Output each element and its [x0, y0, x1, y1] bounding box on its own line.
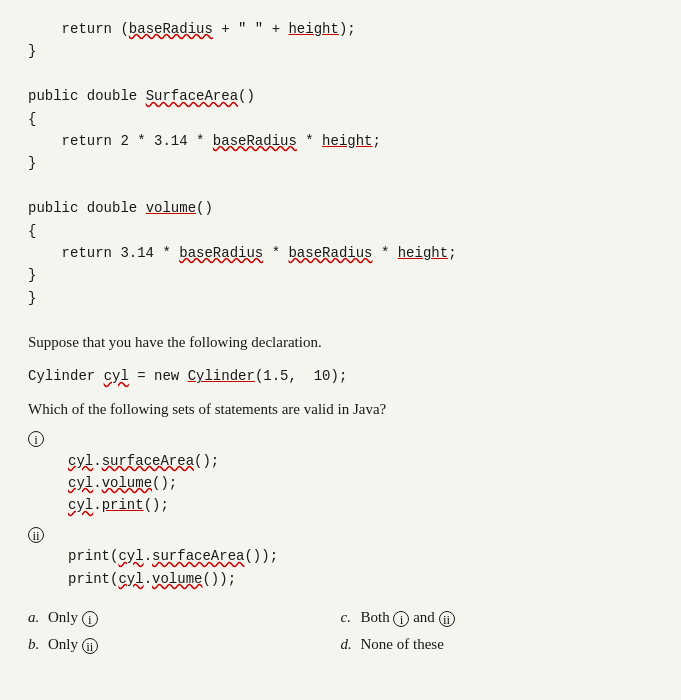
cyl-var: cyl: [104, 368, 129, 384]
answers-section: a. Only i b. Only ii c. Both i and ii d.…: [28, 606, 653, 657]
answer-grid: a. Only i b. Only ii c. Both i and ii d.…: [28, 606, 653, 657]
base-radius-ref-2: baseRadius: [213, 133, 297, 149]
base-radius-ref-1: baseRadius: [129, 21, 213, 37]
circle-ii-b: ii: [82, 638, 98, 654]
code-line-blank-1: [28, 63, 653, 85]
cyl-print-call: cyl: [68, 497, 93, 513]
volume-method: volume: [146, 200, 196, 216]
option-ii-lines: print(cyl.surfaceArea()); print(cyl.volu…: [28, 545, 653, 590]
answer-d-text: None of these: [361, 633, 444, 656]
answer-b: b. Only ii: [28, 633, 341, 656]
answer-a-text: Only i: [48, 606, 98, 629]
option-ii-line-2: print(cyl.volume());: [68, 568, 653, 590]
surface-area-print: surfaceArea: [152, 548, 244, 564]
code-line-brace3: {: [28, 220, 653, 242]
code-line-return-surface: return 2 * 3.14 * baseRadius * height;: [28, 130, 653, 152]
volume-print: volume: [152, 571, 202, 587]
declaration-code: Cylinder cyl = new Cylinder(1.5, 10);: [28, 368, 347, 384]
code-line-brace4: }: [28, 264, 653, 286]
declaration-line: Cylinder cyl = new Cylinder(1.5, 10);: [28, 364, 653, 388]
answer-a: a. Only i: [28, 606, 341, 629]
base-radius-ref-3: baseRadius: [179, 245, 263, 261]
surface-area-method: SurfaceArea: [146, 88, 238, 104]
circle-i: i: [28, 431, 44, 447]
answer-a-label: a.: [28, 606, 44, 629]
option-i-block: i cyl.surfaceArea(); cyl.volume(); cyl.p…: [28, 427, 653, 517]
question1-text: Suppose that you have the following decl…: [28, 331, 653, 354]
surface-area-call: surfaceArea: [102, 453, 194, 469]
cyl-sa-print: cyl: [118, 548, 143, 564]
code-line-blank-2: [28, 175, 653, 197]
answer-c-text: Both i and ii: [361, 606, 455, 629]
code-line-2: }: [28, 40, 653, 62]
height-ref-2: height: [322, 133, 372, 149]
option-ii-line-1: print(cyl.surfaceArea());: [68, 545, 653, 567]
code-line-surface-area: public double SurfaceArea(): [28, 85, 653, 107]
volume-call: volume: [102, 475, 152, 491]
cylinder-constructor: Cylinder: [188, 368, 255, 384]
code-line-brace2: }: [28, 152, 653, 174]
answer-left-col: a. Only i b. Only ii: [28, 606, 341, 657]
height-ref-3: height: [398, 245, 448, 261]
circle-ii-c: ii: [439, 611, 455, 627]
base-radius-ref-4: baseRadius: [288, 245, 372, 261]
answer-d-label: d.: [341, 633, 357, 656]
code-line-brace5: }: [28, 287, 653, 309]
code-line-brace1: {: [28, 108, 653, 130]
code-line-1: return (baseRadius + " " + height);: [28, 18, 653, 40]
option-i-line-2: cyl.volume();: [68, 472, 653, 494]
circle-ii: ii: [28, 527, 44, 543]
answer-d: d. None of these: [341, 633, 654, 656]
option-i-line-3: cyl.print();: [68, 494, 653, 516]
cyl-surface-area-call: cyl: [68, 453, 93, 469]
answer-c-label: c.: [341, 606, 357, 629]
answer-b-label: b.: [28, 633, 44, 656]
option-ii-label: ii: [28, 526, 44, 541]
height-ref-1: height: [288, 21, 338, 37]
cyl-volume-call: cyl: [68, 475, 93, 491]
code-block-top: return (baseRadius + " " + height); } pu…: [28, 18, 653, 309]
option-i-lines: cyl.surfaceArea(); cyl.volume(); cyl.pri…: [28, 450, 653, 517]
option-i-line-1: cyl.surfaceArea();: [68, 450, 653, 472]
print-call: print: [102, 497, 144, 513]
answer-c: c. Both i and ii: [341, 606, 654, 629]
answer-b-text: Only ii: [48, 633, 98, 656]
option-ii-block: ii print(cyl.surfaceArea()); print(cyl.v…: [28, 523, 653, 590]
cyl-vol-print: cyl: [118, 571, 143, 587]
circle-i-a: i: [82, 611, 98, 627]
option-i-label: i: [28, 430, 44, 445]
code-line-volume: public double volume(): [28, 197, 653, 219]
circle-i-c: i: [393, 611, 409, 627]
answer-right-col: c. Both i and ii d. None of these: [341, 606, 654, 657]
code-line-return-volume: return 3.14 * baseRadius * baseRadius * …: [28, 242, 653, 264]
question2-text: Which of the following sets of statement…: [28, 398, 653, 421]
